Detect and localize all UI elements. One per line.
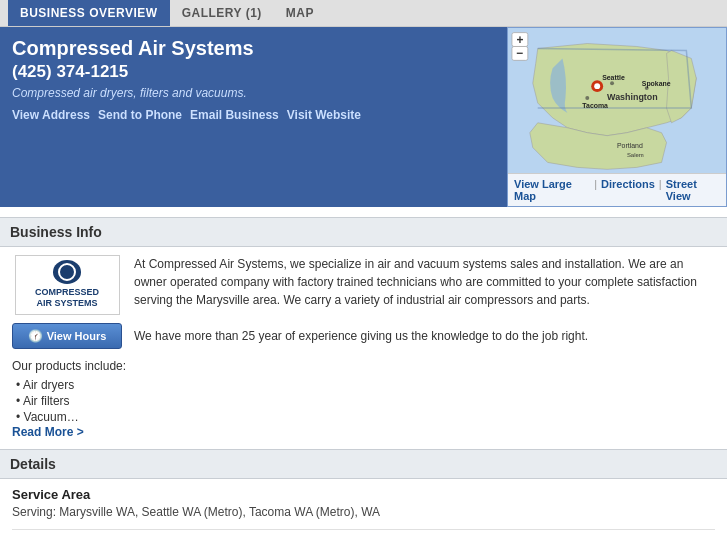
street-view-link[interactable]: Street View	[666, 178, 720, 202]
tab-map[interactable]: MAP	[274, 0, 326, 26]
details-header: Details	[0, 449, 727, 479]
map-links: View Large Map | Directions | Street Vie…	[508, 173, 726, 206]
view-address-link[interactable]: View Address	[12, 108, 90, 122]
svg-text:+: +	[516, 33, 523, 47]
service-area-content: Serving: Marysville WA, Seattle WA (Metr…	[12, 505, 715, 519]
service-area-title: Service Area	[12, 487, 715, 502]
logo-circle-icon	[53, 260, 81, 284]
detail-group-service-area: Service Area Serving: Marysville WA, Sea…	[12, 487, 715, 530]
view-hours-button[interactable]: 🕜 View Hours	[12, 323, 122, 349]
view-large-map-link[interactable]: View Large Map	[514, 178, 590, 202]
list-item: Air filters	[16, 393, 715, 409]
phone-number: (425) 374-1215	[12, 62, 495, 82]
business-logo: COMPRESSED AIR SYSTEMS	[15, 255, 120, 315]
svg-text:Washington: Washington	[607, 92, 658, 102]
header-links: View Address Send to Phone Email Busines…	[12, 108, 495, 122]
svg-text:Salem: Salem	[627, 152, 644, 158]
tagline: Compressed air dryers, filters and vacuu…	[12, 86, 495, 100]
email-business-link[interactable]: Email Business	[190, 108, 279, 122]
svg-text:Seattle: Seattle	[602, 74, 625, 81]
svg-text:Spokane: Spokane	[642, 80, 671, 88]
business-description: At Compressed Air Systems, we specialize…	[134, 255, 715, 349]
logo-text: COMPRESSED AIR SYSTEMS	[35, 287, 99, 310]
svg-point-5	[594, 83, 600, 89]
tab-gallery[interactable]: GALLERY (1)	[170, 0, 274, 26]
clock-icon: 🕜	[28, 329, 43, 343]
directions-link[interactable]: Directions	[601, 178, 655, 202]
details-section: Service Area Serving: Marysville WA, Sea…	[12, 487, 715, 545]
map-image[interactable]: Seattle Spokane Tacoma Washington Portla…	[508, 28, 726, 173]
svg-text:Portland: Portland	[617, 142, 643, 149]
products-section: Our products include: Air dryers Air fil…	[12, 359, 715, 439]
logo-box: COMPRESSED AIR SYSTEMS 🕜 View Hours	[12, 255, 122, 349]
read-more-link[interactable]: Read More >	[12, 425, 84, 439]
tab-bar: BUSINESS OVERVIEW GALLERY (1) MAP	[0, 0, 727, 27]
list-item: Air dryers	[16, 377, 715, 393]
svg-text:Tacoma: Tacoma	[582, 102, 608, 109]
svg-point-7	[585, 96, 589, 100]
svg-point-6	[610, 81, 614, 85]
business-info-inner: COMPRESSED AIR SYSTEMS 🕜 View Hours At C…	[12, 255, 715, 349]
logo-circle-inner	[58, 263, 76, 281]
business-info-header: Business Info	[0, 217, 727, 247]
products-intro: Our products include:	[12, 359, 715, 373]
map-container: Seattle Spokane Tacoma Washington Portla…	[507, 27, 727, 207]
business-name: Compressed Air Systems	[12, 37, 495, 60]
description-paragraph-2: We have more than 25 year of experience …	[134, 327, 715, 345]
main-content: Business Info COMPRESSED AIR SYSTEMS 🕜 V…	[0, 217, 727, 545]
tab-business-overview[interactable]: BUSINESS OVERVIEW	[8, 0, 170, 26]
send-to-phone-link[interactable]: Send to Phone	[98, 108, 182, 122]
list-item: Vacuum…	[16, 409, 715, 425]
description-paragraph-1: At Compressed Air Systems, we specialize…	[134, 255, 715, 309]
svg-text:−: −	[516, 46, 523, 60]
products-list: Air dryers Air filters Vacuum…	[16, 377, 715, 425]
visit-website-link[interactable]: Visit Website	[287, 108, 361, 122]
